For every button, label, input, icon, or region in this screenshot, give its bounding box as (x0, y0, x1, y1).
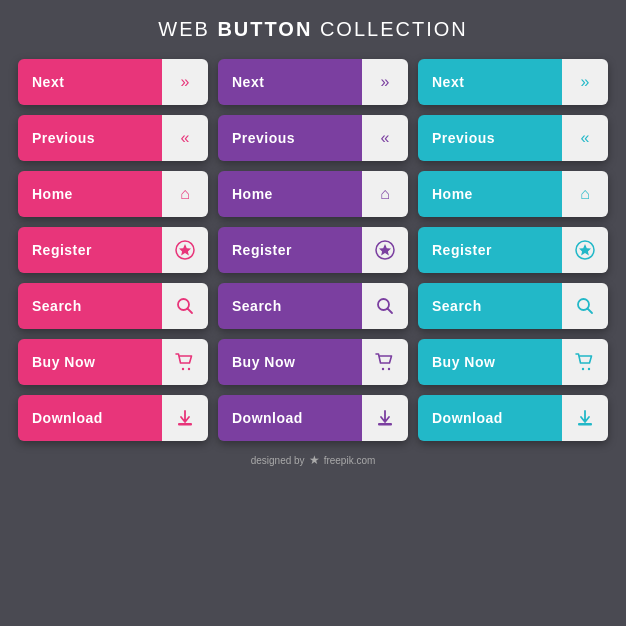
search-label-teal: Search (418, 283, 562, 329)
svg-point-16 (582, 368, 584, 370)
home-label-purple: Home (218, 171, 362, 217)
buy-now-label-pink: Buy Now (18, 339, 162, 385)
home-button-purple[interactable]: Home ⌂ (218, 171, 408, 217)
buy-now-label-purple: Buy Now (218, 339, 362, 385)
search-button-purple[interactable]: Search (218, 283, 408, 329)
search-icon (362, 283, 408, 329)
download-icon (562, 395, 608, 441)
cart-icon (562, 339, 608, 385)
next-button-pink[interactable]: Next » (18, 59, 208, 105)
home-label-pink: Home (18, 171, 162, 217)
register-button-teal[interactable]: Register (418, 227, 608, 273)
star-circle-icon (162, 227, 208, 273)
svg-point-13 (188, 368, 190, 370)
svg-rect-19 (378, 423, 392, 426)
download-icon (162, 395, 208, 441)
buy-now-button-pink[interactable]: Buy Now (18, 339, 208, 385)
next-label-teal: Next (418, 59, 562, 105)
search-button-pink[interactable]: Search (18, 283, 208, 329)
search-icon (562, 283, 608, 329)
home-button-pink[interactable]: Home ⌂ (18, 171, 208, 217)
buy-now-button-teal[interactable]: Buy Now (418, 339, 608, 385)
footer-brand: freepik.com (324, 455, 376, 466)
home-label-teal: Home (418, 171, 562, 217)
register-label-teal: Register (418, 227, 562, 273)
download-icon (362, 395, 408, 441)
previous-button-teal[interactable]: Previous « (418, 115, 608, 161)
buy-now-button-purple[interactable]: Buy Now (218, 339, 408, 385)
previous-label-pink: Previous (18, 115, 162, 161)
svg-line-11 (588, 309, 593, 314)
search-button-teal[interactable]: Search (418, 283, 608, 329)
register-button-purple[interactable]: Register (218, 227, 408, 273)
svg-point-15 (388, 368, 390, 370)
buttons-grid: Next » Next » Next » Previous « Previous… (18, 59, 608, 441)
svg-point-12 (182, 368, 184, 370)
svg-line-7 (188, 309, 193, 314)
download-button-teal[interactable]: Download (418, 395, 608, 441)
next-label-pink: Next (18, 59, 162, 105)
search-label-pink: Search (18, 283, 162, 329)
download-button-purple[interactable]: Download (218, 395, 408, 441)
chevron-left-double-icon: « (562, 115, 608, 161)
page-title: WEB BUTTON COLLECTION (158, 18, 467, 41)
register-label-purple: Register (218, 227, 362, 273)
download-label-pink: Download (18, 395, 162, 441)
chevron-right-double-icon: » (162, 59, 208, 105)
next-button-purple[interactable]: Next » (218, 59, 408, 105)
download-label-purple: Download (218, 395, 362, 441)
star-circle-icon (562, 227, 608, 273)
download-label-teal: Download (418, 395, 562, 441)
next-label-purple: Next (218, 59, 362, 105)
svg-point-17 (588, 368, 590, 370)
svg-marker-3 (379, 244, 391, 256)
home-button-teal[interactable]: Home ⌂ (418, 171, 608, 217)
svg-marker-5 (579, 244, 591, 256)
chevron-right-double-icon: » (362, 59, 408, 105)
previous-button-pink[interactable]: Previous « (18, 115, 208, 161)
home-icon: ⌂ (562, 171, 608, 217)
previous-label-purple: Previous (218, 115, 362, 161)
svg-point-14 (382, 368, 384, 370)
chevron-left-double-icon: « (162, 115, 208, 161)
home-icon: ⌂ (162, 171, 208, 217)
search-label-purple: Search (218, 283, 362, 329)
search-icon (162, 283, 208, 329)
next-button-teal[interactable]: Next » (418, 59, 608, 105)
svg-marker-1 (179, 244, 191, 256)
cart-icon (162, 339, 208, 385)
freepik-icon: ★ (309, 453, 320, 467)
home-icon: ⌂ (362, 171, 408, 217)
chevron-left-double-icon: « (362, 115, 408, 161)
star-circle-icon (362, 227, 408, 273)
svg-line-9 (388, 309, 393, 314)
svg-rect-20 (578, 423, 592, 426)
svg-rect-18 (178, 423, 192, 426)
chevron-right-double-icon: » (562, 59, 608, 105)
cart-icon (362, 339, 408, 385)
previous-button-purple[interactable]: Previous « (218, 115, 408, 161)
buy-now-label-teal: Buy Now (418, 339, 562, 385)
register-button-pink[interactable]: Register (18, 227, 208, 273)
register-label-pink: Register (18, 227, 162, 273)
previous-label-teal: Previous (418, 115, 562, 161)
download-button-pink[interactable]: Download (18, 395, 208, 441)
footer: designed by ★ freepik.com (251, 453, 376, 467)
footer-text: designed by (251, 455, 305, 466)
